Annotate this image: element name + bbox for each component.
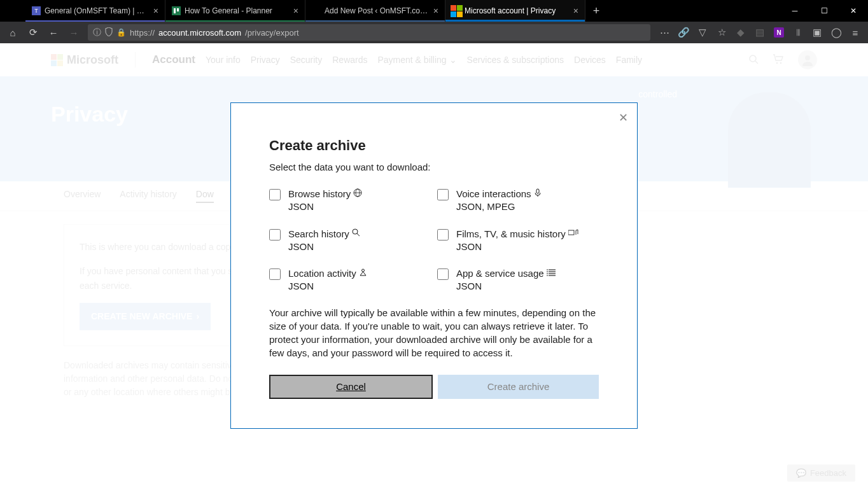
url-path: /privacy/export	[245, 28, 299, 38]
checkbox-voice[interactable]	[437, 189, 449, 200]
checkbox-films-music[interactable]	[437, 229, 449, 241]
reload-button[interactable]: ⟳	[24, 24, 42, 41]
forward-button[interactable]: →	[65, 24, 83, 41]
option-location[interactable]: Location activity JSON	[269, 267, 431, 293]
checkbox-browse-history[interactable]	[269, 189, 281, 200]
list-icon	[547, 268, 556, 279]
svg-rect-4	[177, 8, 179, 11]
url-host: account.microsoft.com	[158, 28, 241, 38]
svg-line-17	[357, 234, 360, 236]
tab-strip: T General (OnMSFT Team) | Micr × How To …	[0, 0, 780, 22]
page-content: Microsoft Account Your info Privacy Secu…	[0, 43, 868, 488]
pocket-icon[interactable]: ▽	[694, 24, 711, 41]
svg-point-24	[547, 269, 548, 270]
checkbox-search-history[interactable]	[269, 229, 281, 241]
menu-icon[interactable]: ≡	[846, 24, 864, 41]
home-button[interactable]: ⌂	[4, 24, 22, 41]
url-prefix: https://	[130, 28, 155, 38]
link-icon[interactable]: 🔗	[675, 24, 692, 41]
modal-paragraph: Your archive will typically be available…	[269, 306, 599, 359]
lock-icon: 🔒	[116, 28, 126, 37]
svg-point-16	[353, 229, 358, 234]
globe-icon	[353, 188, 362, 200]
shield-icon[interactable]	[105, 27, 113, 38]
maximize-button[interactable]: ☐	[809, 0, 839, 22]
new-tab-button[interactable]: +	[585, 0, 607, 22]
url-field[interactable]: ⓘ 🔒 https://account.microsoft.com/privac…	[88, 24, 650, 41]
microphone-icon	[534, 188, 542, 200]
address-bar: ⌂ ⟳ ← → ⓘ 🔒 https://account.microsoft.co…	[0, 22, 868, 43]
close-icon[interactable]: ×	[153, 6, 158, 16]
account-icon[interactable]: ◯	[827, 24, 845, 41]
more-icon[interactable]: ⋯	[655, 24, 673, 41]
svg-rect-15	[536, 189, 539, 193]
back-button[interactable]: ←	[45, 24, 62, 41]
svg-point-27	[547, 275, 548, 276]
checkbox-app-usage[interactable]	[437, 268, 449, 280]
close-modal-button[interactable]: ✕	[619, 111, 628, 125]
svg-point-25	[547, 271, 548, 272]
close-icon[interactable]: ×	[433, 6, 438, 16]
onenote-icon[interactable]: N	[770, 24, 788, 41]
tab-label: General (OnMSFT Team) | Micr	[45, 6, 150, 15]
tab-label: How To General - Planner	[185, 6, 290, 15]
modal-title: Create archive	[269, 137, 599, 154]
svg-text:N: N	[776, 29, 781, 36]
tab-wordpress[interactable]: Add New Post ‹ OnMSFT.com — W ×	[305, 0, 445, 22]
tab-teams[interactable]: T General (OnMSFT Team) | Micr ×	[25, 0, 165, 22]
svg-point-26	[547, 273, 548, 274]
planner-icon	[172, 6, 181, 15]
create-archive-button[interactable]: Create archive	[438, 375, 599, 399]
ext2-icon[interactable]: ▤	[751, 24, 769, 41]
media-icon	[568, 228, 578, 239]
option-voice[interactable]: Voice interactions JSON, MPEG	[437, 188, 599, 214]
options-grid: Browse history JSON Voice interactions J…	[269, 188, 599, 293]
close-window-button[interactable]: ✕	[839, 0, 868, 22]
microsoft-icon	[452, 6, 461, 15]
option-search-history[interactable]: Search history JSON	[269, 228, 431, 254]
modal-subtitle: Select the data you want to download:	[269, 162, 599, 172]
browser-titlebar: T General (OnMSFT Team) | Micr × How To …	[0, 0, 868, 22]
tab-ms-privacy[interactable]: Microsoft account | Privacy ×	[445, 0, 585, 22]
minimize-button[interactable]: ─	[780, 0, 809, 22]
option-films-music[interactable]: Films, TV, & music history JSON	[437, 228, 599, 254]
window-controls: ─ ☐ ✕	[780, 0, 868, 22]
svg-rect-3	[174, 8, 176, 13]
teams-icon: T	[32, 6, 41, 15]
location-icon	[359, 268, 367, 279]
ext1-icon[interactable]: ◆	[732, 24, 750, 41]
cancel-button[interactable]: Cancel	[269, 375, 433, 399]
checkbox-location[interactable]	[269, 268, 281, 280]
info-icon[interactable]: ⓘ	[93, 27, 101, 38]
svg-rect-2	[172, 6, 181, 15]
tab-label: Microsoft account | Privacy	[465, 6, 570, 15]
tab-planner[interactable]: How To General - Planner ×	[165, 0, 305, 22]
star-icon[interactable]: ☆	[713, 24, 731, 41]
tab-label: Add New Post ‹ OnMSFT.com — W	[325, 6, 430, 15]
library-icon[interactable]: ⫴	[789, 24, 807, 41]
modal-buttons: Cancel Create archive	[269, 375, 599, 399]
search-icon	[352, 228, 360, 239]
svg-text:T: T	[34, 8, 38, 14]
svg-rect-18	[568, 230, 574, 235]
close-icon[interactable]: ×	[293, 6, 298, 16]
close-icon[interactable]: ×	[573, 6, 578, 16]
wordpress-icon	[312, 6, 321, 15]
option-browse-history[interactable]: Browse history JSON	[269, 188, 431, 214]
create-archive-modal: ✕ Create archive Select the data you wan…	[230, 102, 638, 429]
sidebar-icon[interactable]: ▣	[808, 24, 826, 41]
option-app-usage[interactable]: App & service usage JSON	[437, 267, 599, 293]
